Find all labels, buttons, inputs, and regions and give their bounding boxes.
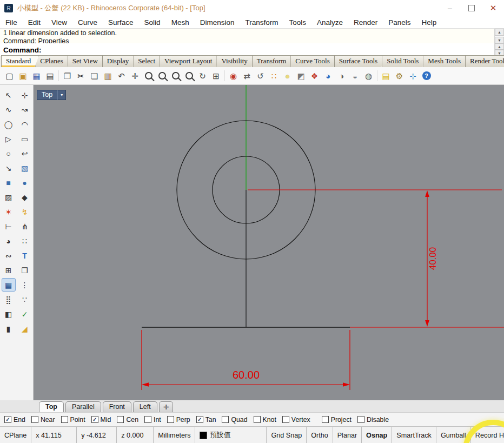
maximize-button[interactable] xyxy=(461,0,482,16)
viewport-title-label[interactable]: Top xyxy=(37,90,57,100)
command-history-scrollbar[interactable]: ▲ ▼ xyxy=(494,29,504,44)
light-toggle-button[interactable]: ● xyxy=(281,69,294,83)
tab-transform[interactable]: Transform xyxy=(252,55,294,67)
options-button[interactable]: ⚙ xyxy=(393,69,406,83)
polygon-button[interactable]: ▷ xyxy=(2,132,16,146)
add-viewport-tab-button[interactable]: ✛ xyxy=(159,401,173,412)
single-point-button[interactable]: ⊹ xyxy=(18,88,32,102)
help-button[interactable]: ? xyxy=(420,69,433,83)
osnap-point[interactable]: Point xyxy=(61,416,85,424)
units-pane[interactable]: Millimeters xyxy=(154,427,195,443)
osnap-tan[interactable]: ✓Tan xyxy=(196,416,216,424)
osnap-perp[interactable]: Perp xyxy=(167,416,190,424)
point-grid-button[interactable]: ⣿ xyxy=(2,293,16,306)
tab-render-tools[interactable]: Render Tools xyxy=(465,55,504,67)
shaded-mode-button[interactable]: ◑ xyxy=(335,69,348,83)
split-button[interactable]: ⋔ xyxy=(18,220,32,233)
save-file-button[interactable]: ▦ xyxy=(30,69,43,83)
array-button[interactable]: ⊞ xyxy=(2,263,16,277)
select-button[interactable]: ↖ xyxy=(2,88,16,102)
top-viewport[interactable]: 40.00 60.00 Top ▾ xyxy=(34,85,504,400)
viewport-canvas[interactable]: 40.00 60.00 xyxy=(34,85,504,400)
osnap-int[interactable]: Int xyxy=(144,416,161,424)
move-button[interactable]: ↘ xyxy=(2,161,16,175)
pan-button[interactable]: ✛ xyxy=(128,69,142,83)
scroll-up-button[interactable]: ▲ xyxy=(495,29,504,36)
tab-mesh-tools[interactable]: Mesh Tools xyxy=(423,55,469,67)
tab-visibility[interactable]: Visibility xyxy=(216,55,255,67)
tab-curve-tools[interactable]: Curve Tools xyxy=(290,55,338,67)
render-preview-button[interactable]: ◕ xyxy=(321,69,335,83)
boolean-union-button[interactable]: ◕ xyxy=(2,234,16,248)
control-points-button[interactable]: ∵ xyxy=(18,293,32,306)
zoom-selected-button[interactable] xyxy=(182,69,196,83)
menu-panels[interactable]: Panels xyxy=(383,16,416,28)
control-point-curve-button[interactable]: ∿ xyxy=(2,103,16,116)
planar-toggle[interactable]: Planar xyxy=(333,427,362,443)
close-button[interactable]: ✕ xyxy=(482,0,504,16)
text-button[interactable]: T xyxy=(18,249,32,262)
layer-pane[interactable]: 預設值 xyxy=(195,427,267,443)
cplane-pane[interactable]: CPlane xyxy=(0,427,31,443)
copy-object-button[interactable]: ❐ xyxy=(18,263,32,277)
command-history[interactable]: 1 linear dimension added to selection. C… xyxy=(0,28,504,44)
menu-surface[interactable]: Surface xyxy=(103,16,139,28)
command-prompt[interactable]: Command: ▲ ▼ xyxy=(0,43,504,57)
viewport-tab-front[interactable]: Front xyxy=(103,401,131,412)
tab-surface-tools[interactable]: Surface Tools xyxy=(334,55,386,67)
osnap-mid[interactable]: ✓Mid xyxy=(91,416,111,424)
tab-solid-tools[interactable]: Solid Tools xyxy=(382,55,427,67)
tab-set-view[interactable]: Set View xyxy=(68,55,106,67)
menu-transform[interactable]: Transform xyxy=(240,16,283,28)
export-copy-button[interactable]: ❐ xyxy=(61,69,74,83)
menu-help[interactable]: Help xyxy=(416,16,442,28)
notes-button[interactable]: ▤ xyxy=(379,69,393,83)
osnap-knot[interactable]: Knot xyxy=(254,416,276,424)
osnap-project[interactable]: Project xyxy=(322,416,352,424)
zoom-dynamic-button[interactable] xyxy=(142,69,155,83)
new-file-button[interactable]: ▢ xyxy=(3,69,16,83)
minimize-button[interactable]: – xyxy=(439,0,461,16)
osnap-disable[interactable]: Disable xyxy=(357,416,389,424)
menu-analyze[interactable]: Analyze xyxy=(311,16,348,28)
spinner-up-button[interactable]: ▲ xyxy=(495,43,504,50)
loft-button[interactable]: ◆ xyxy=(18,190,32,204)
menu-view[interactable]: View xyxy=(46,16,72,28)
menu-edit[interactable]: Edit xyxy=(23,16,46,28)
zoom-window-button[interactable] xyxy=(155,69,169,83)
pan-view-button[interactable]: ⇄ xyxy=(240,69,254,83)
osnap-toggle[interactable]: Osnap xyxy=(362,427,392,443)
gumball-button[interactable]: ⊹ xyxy=(406,69,420,83)
viewport-tab-parallel[interactable]: Parallel xyxy=(65,401,101,412)
paste-button[interactable]: ▥ xyxy=(101,69,115,83)
tab-display[interactable]: Display xyxy=(102,55,137,67)
sphere-button[interactable]: ● xyxy=(18,176,32,189)
zoom-extents-button[interactable] xyxy=(169,69,182,83)
undo-button[interactable]: ↶ xyxy=(115,69,128,83)
points-on-button[interactable]: ∷ xyxy=(18,234,32,248)
check-geometry-button[interactable]: ✓ xyxy=(18,307,32,321)
menu-tools[interactable]: Tools xyxy=(283,16,311,28)
curve-bolt-button[interactable]: ↯ xyxy=(18,205,32,219)
osnap-near[interactable]: Near xyxy=(31,416,55,424)
layer-panel-button[interactable]: ▦ xyxy=(2,278,16,292)
ortho-toggle[interactable]: Ortho xyxy=(307,427,333,443)
undo-view-button[interactable]: ↺ xyxy=(254,69,267,83)
fillet-corner-button[interactable]: ◧ xyxy=(2,307,16,321)
circle-button[interactable]: ◯ xyxy=(2,117,16,131)
rotate-view-button[interactable]: ↻ xyxy=(196,69,209,83)
offset-curve-button[interactable]: ↩ xyxy=(18,147,32,160)
menu-solid[interactable]: Solid xyxy=(139,16,166,28)
smarttrack-toggle[interactable]: SmartTrack xyxy=(392,427,436,443)
viewport-title-dropdown[interactable]: ▾ xyxy=(57,90,66,100)
trim-button[interactable]: ⊢ xyxy=(2,220,16,233)
osnap-cen[interactable]: Cen xyxy=(117,416,138,424)
ellipse-button[interactable]: ○ xyxy=(2,147,16,160)
rectangle-button[interactable]: ▭ xyxy=(18,132,32,146)
named-view-button[interactable]: ◉ xyxy=(227,69,240,83)
render-button[interactable]: ❖ xyxy=(308,69,321,83)
cut-button[interactable]: ✂ xyxy=(74,69,88,83)
menu-curve[interactable]: Curve xyxy=(72,16,103,28)
viewport-tab-left[interactable]: Left xyxy=(133,401,157,412)
viewport-title[interactable]: Top ▾ xyxy=(37,90,66,100)
